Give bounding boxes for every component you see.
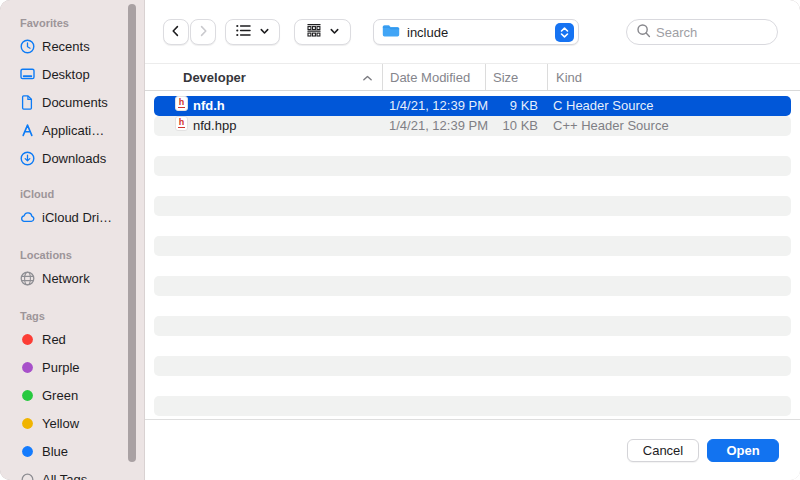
tag-dot-icon: [19, 415, 36, 432]
column-header-kind[interactable]: Kind: [547, 64, 800, 90]
sidebar-item-documents[interactable]: Documents: [0, 88, 144, 116]
column-header-label: Size: [493, 70, 518, 85]
sidebar-item-purple[interactable]: Purple: [0, 353, 144, 381]
empty-row: [154, 196, 791, 216]
empty-row: [154, 356, 791, 376]
cloud-icon: [19, 209, 36, 226]
clock-icon: [19, 38, 36, 55]
sidebar-item-label: iCloud Dri…: [42, 210, 112, 225]
empty-row: [154, 276, 791, 296]
chevron-right-icon: [195, 23, 211, 42]
tag-dot-icon: [19, 387, 36, 404]
column-header-label: Kind: [556, 70, 582, 85]
file-kind: C Header Source: [553, 96, 653, 116]
sidebar-item-label: Red: [42, 332, 66, 347]
sidebar-section-label: Tags: [0, 309, 144, 323]
empty-row: [154, 176, 791, 196]
file-date-modified: 1/4/21, 12:39 PM: [389, 96, 488, 116]
column-header-label: Developer: [183, 70, 246, 85]
magnifier-icon: [636, 23, 651, 42]
file-open-dialog: FavoritesRecentsDesktopDocumentsApplicat…: [0, 0, 800, 480]
file-row-nfd-h[interactable]: hnfd.h1/4/21, 12:39 PM9 KBC Header Sourc…: [154, 96, 791, 116]
circle-outline-icon: [19, 471, 36, 480]
sidebar-scrollbar[interactable]: [128, 4, 136, 462]
forward-button[interactable]: [190, 19, 216, 45]
download-circle-icon: [19, 150, 36, 167]
sidebar-item-label: Purple: [42, 360, 80, 375]
column-header-date-modified[interactable]: Date Modified: [382, 64, 485, 90]
tag-dot-icon: [19, 359, 36, 376]
open-button[interactable]: Open: [707, 439, 779, 462]
empty-row: [154, 396, 791, 416]
sidebar-section-favorites: FavoritesRecentsDesktopDocumentsApplicat…: [0, 16, 144, 172]
sidebar-item-icloud-dri[interactable]: iCloud Dri…: [0, 203, 144, 231]
back-button[interactable]: [163, 19, 189, 45]
sidebar-section-locations: LocationsNetwork: [0, 248, 144, 292]
list-view-button[interactable]: [225, 19, 280, 45]
group-view-button[interactable]: [294, 19, 351, 45]
sidebar-item-label: All Tags: [42, 472, 87, 480]
sidebar-item-applicati[interactable]: Applicati…: [0, 116, 144, 144]
empty-row: [154, 136, 791, 156]
search-placeholder: Search: [656, 25, 697, 40]
sidebar-section-label: Favorites: [0, 16, 144, 30]
sidebar-item-network[interactable]: Network: [0, 264, 144, 292]
sidebar-item-label: Downloads: [42, 151, 106, 166]
file-list: hnfd.h1/4/21, 12:39 PM9 KBC Header Sourc…: [145, 91, 800, 419]
sort-chevron-up-icon: [362, 74, 373, 82]
chevron-down-icon: [329, 25, 340, 40]
column-header-row: DeveloperDate ModifiedSizeKind: [145, 63, 800, 91]
sidebar-sections: FavoritesRecentsDesktopDocumentsApplicat…: [0, 16, 144, 480]
column-header-label: Date Modified: [390, 70, 470, 85]
sidebar-section-tags: TagsRedPurpleGreenYellowBlueAll Tags: [0, 309, 144, 480]
up-down-chevrons-icon: [555, 23, 574, 42]
empty-row: [154, 316, 791, 336]
empty-row: [154, 156, 791, 176]
group-view-icon: [306, 23, 322, 41]
document-icon: [19, 94, 36, 111]
tag-dot-icon: [19, 331, 36, 348]
file-size: 9 KB: [485, 96, 538, 116]
sidebar-section-label: Locations: [0, 248, 144, 262]
globe-icon: [19, 270, 36, 287]
empty-row: [154, 236, 791, 256]
empty-row: [154, 216, 791, 236]
sidebar-item-label: Applicati…: [42, 123, 104, 138]
location-popup[interactable]: include: [373, 19, 579, 45]
file-name: nfd.hpp: [193, 116, 236, 136]
chevron-down-icon: [259, 25, 270, 40]
file-date-modified: 1/4/21, 12:39 PM: [389, 116, 488, 136]
sidebar-item-label: Desktop: [42, 67, 90, 82]
sidebar-section-label: iCloud: [0, 187, 144, 201]
empty-row: [154, 376, 791, 396]
sidebar-section-icloud: iCloudiCloud Dri…: [0, 187, 144, 231]
appstore-icon: [19, 122, 36, 139]
c-header-file-icon: h: [175, 116, 188, 131]
sidebar-item-yellow[interactable]: Yellow: [0, 409, 144, 437]
tag-dot-icon: [19, 443, 36, 460]
sidebar-item-label: Blue: [42, 444, 68, 459]
sidebar-item-recents[interactable]: Recents: [0, 32, 144, 60]
folder-icon: [381, 22, 401, 43]
c-header-file-icon: h: [175, 96, 188, 111]
file-row-nfd-hpp[interactable]: hnfd.hpp1/4/21, 12:39 PM10 KBC++ Header …: [154, 116, 791, 136]
toolbar: include Search: [145, 0, 800, 62]
sidebar-item-red[interactable]: Red: [0, 325, 144, 353]
sidebar: FavoritesRecentsDesktopDocumentsApplicat…: [0, 0, 145, 480]
empty-row: [154, 296, 791, 316]
search-input[interactable]: Search: [626, 19, 778, 45]
sidebar-item-blue[interactable]: Blue: [0, 437, 144, 465]
chevron-left-icon: [168, 23, 184, 42]
empty-row: [154, 256, 791, 276]
sidebar-item-label: Network: [42, 271, 90, 286]
sidebar-item-downloads[interactable]: Downloads: [0, 144, 144, 172]
main-pane: include Search DeveloperDate ModifiedSiz…: [145, 0, 800, 480]
file-size: 10 KB: [485, 116, 538, 136]
column-header-size[interactable]: Size: [485, 64, 547, 90]
cancel-button[interactable]: Cancel: [627, 439, 699, 462]
sidebar-item-green[interactable]: Green: [0, 381, 144, 409]
column-header-developer[interactable]: Developer: [145, 64, 382, 90]
file-name: nfd.h: [193, 96, 225, 116]
sidebar-item-desktop[interactable]: Desktop: [0, 60, 144, 88]
sidebar-item-all-tags[interactable]: All Tags: [0, 465, 144, 480]
